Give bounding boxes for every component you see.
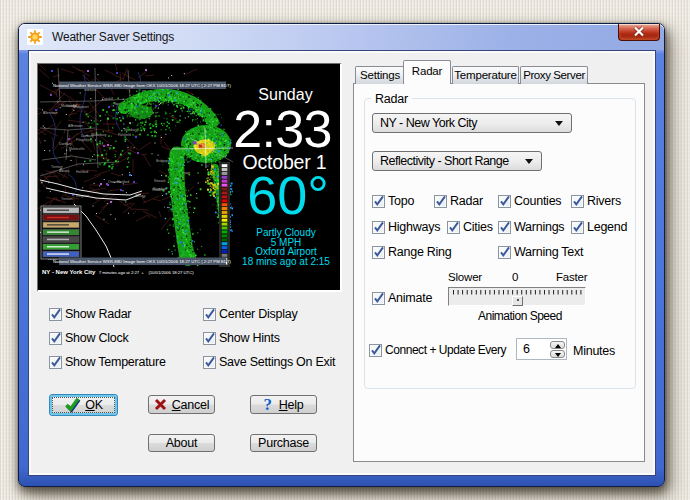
svg-text:Danbury: Danbury — [59, 142, 72, 146]
svg-text:Stamford: Stamford — [153, 187, 167, 191]
svg-text:Newark: Newark — [154, 179, 166, 183]
svg-text:National Weather Service WSR-8: National Weather Service WSR-88D Image f… — [53, 83, 232, 88]
svg-text:Albany: Albany — [59, 169, 70, 173]
svg-text:Allentown: Allentown — [68, 124, 83, 128]
svg-text:Catskill: Catskill — [102, 97, 113, 101]
svg-text:Waterbury: Waterbury — [91, 133, 107, 137]
svg-text:Monticello: Monticello — [69, 147, 84, 151]
svg-text:National Weather Service WSR-8: National Weather Service WSR-88D Image f… — [53, 259, 232, 264]
svg-text:Hartford: Hartford — [76, 170, 88, 174]
svg-text:Poughkps: Poughkps — [76, 138, 91, 142]
svg-text:Trenton: Trenton — [61, 197, 73, 201]
svg-text:Bridgeport: Bridgeport — [73, 105, 89, 109]
svg-text:Allentown: Allentown — [43, 111, 58, 115]
